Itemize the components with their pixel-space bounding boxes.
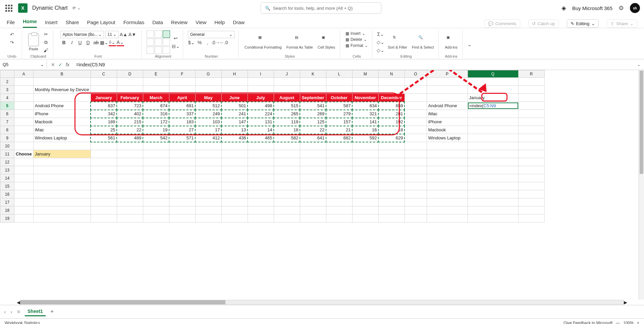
tab-share[interactable]: Share xyxy=(65,19,79,28)
tab-help[interactable]: Help xyxy=(214,19,225,28)
borders-button[interactable]: ▦⌄ xyxy=(101,39,108,46)
cut-button[interactable]: ✂ xyxy=(42,30,50,38)
sheet-tab-bar: ‹ › ≡ Sheet1 + xyxy=(0,305,644,318)
format-painter-button[interactable]: 🖌 xyxy=(42,47,50,54)
shrink-font-button[interactable]: A▼ xyxy=(129,31,136,38)
bold-button[interactable]: B xyxy=(60,39,68,46)
merge-button[interactable]: ⊟⌄ xyxy=(172,43,179,50)
ribbon: ↶ ↷ Undo Paste ✂ ⧉ 🖌 Clipboard Aptos Nar… xyxy=(0,28,644,59)
strike-button[interactable]: ab xyxy=(93,39,100,46)
underline-button[interactable]: U xyxy=(76,39,84,46)
font-name-select[interactable]: Aptos Narrow (Bo...⌄ xyxy=(60,31,104,38)
gear-icon[interactable]: ⚙ xyxy=(619,4,624,12)
vertical-scrollbar[interactable] xyxy=(639,70,644,300)
catchup-icon: ↺ xyxy=(532,21,536,26)
save-status[interactable]: ⟳ ⌄ xyxy=(72,6,80,10)
percent-button[interactable]: % xyxy=(196,39,203,46)
title-bar: X Dynamic Chart ⟳ ⌄ 🔍 Search for tools, … xyxy=(0,0,644,16)
sheet-tab-sheet1[interactable]: Sheet1 xyxy=(25,307,46,316)
double-underline-button[interactable]: D xyxy=(85,39,92,46)
paste-button[interactable]: Paste xyxy=(27,33,40,52)
zoom-level[interactable]: 100% xyxy=(623,321,634,324)
wrap-text-button[interactable]: ↩ xyxy=(172,35,179,42)
format-cells-button[interactable]: ▦Format⌄ xyxy=(345,43,369,48)
group-label-addins: Add-ins xyxy=(445,54,457,58)
group-label-font: Font xyxy=(94,54,102,58)
workbook-statistics-link[interactable]: Workbook Statistics xyxy=(5,321,40,324)
cancel-formula-button[interactable]: ✕ xyxy=(51,62,55,67)
all-sheets-button[interactable]: ≡ xyxy=(17,309,20,315)
currency-button[interactable]: $⌄ xyxy=(188,39,195,46)
expand-formula-bar[interactable]: ⌄ xyxy=(634,62,644,67)
cell-styles-icon: ▣ xyxy=(322,35,331,45)
delete-cells-button[interactable]: ▦Delete⌄ xyxy=(345,37,368,42)
buy-m365-link[interactable]: Buy Microsoft 365 xyxy=(572,5,612,11)
tab-data[interactable]: Data xyxy=(152,19,163,28)
alignment-grid[interactable] xyxy=(147,30,170,54)
format-as-table-button[interactable]: ▤Format As Table xyxy=(285,35,314,50)
fill-button[interactable]: ◇⌄ xyxy=(377,39,384,46)
italic-button[interactable]: I xyxy=(68,39,76,46)
number-format-select[interactable]: General⌄ xyxy=(188,31,235,38)
tab-insert[interactable]: Insert xyxy=(45,19,58,28)
collapse-ribbon-button[interactable]: ⌄ xyxy=(464,41,475,48)
chevron-down-icon: ⌄ xyxy=(77,6,80,10)
font-size-select[interactable]: 11⌄ xyxy=(105,31,119,38)
decrease-decimal-button[interactable]: ←.0 xyxy=(220,39,227,46)
conditional-formatting-button[interactable]: ▦Conditional Formatting xyxy=(243,35,283,50)
group-label-cells: Cells xyxy=(353,54,361,58)
undo-button[interactable]: ↶ xyxy=(8,31,16,38)
group-editing: Σ⌄ ◇⌄ ◇⌄ ⇅Sort & Filter 🔍Find & Select E… xyxy=(374,30,439,58)
comma-button[interactable]: , xyxy=(204,39,211,46)
horizontal-scrollbar[interactable]: ◀▶ xyxy=(0,300,644,305)
editing-mode-button[interactable]: ✎Editing⌄ xyxy=(567,19,599,28)
accept-formula-button[interactable]: ✓ xyxy=(58,62,62,67)
addins-button[interactable]: ▣Add-ins xyxy=(443,35,459,50)
avatar[interactable]: sh xyxy=(630,3,640,13)
sort-filter-button[interactable]: ⇅Sort & Filter xyxy=(386,35,409,50)
redo-button[interactable]: ↷ xyxy=(8,39,16,46)
autosum-button[interactable]: Σ⌄ xyxy=(377,30,384,38)
sort-icon: ⇅ xyxy=(393,35,402,45)
tab-view[interactable]: View xyxy=(196,19,206,28)
comments-button[interactable]: 💬Comments xyxy=(484,19,520,28)
tab-review[interactable]: Review xyxy=(171,19,187,28)
tab-draw[interactable]: Draw xyxy=(233,19,245,28)
name-box[interactable]: Q5⌄ xyxy=(0,61,47,68)
fill-color-button[interactable]: ◊⌄ xyxy=(109,39,116,46)
font-color-button[interactable]: A⌄ xyxy=(117,39,124,46)
grow-font-button[interactable]: A▲ xyxy=(120,31,127,38)
search-box[interactable]: 🔍 Search for tools, help, and more (Alt … xyxy=(261,2,381,14)
catch-up-button[interactable]: ↺Catch up xyxy=(528,19,559,28)
search-icon: 🔍 xyxy=(265,6,270,11)
search-icon: 🔍 xyxy=(418,35,428,45)
clear-button[interactable]: ◇⌄ xyxy=(377,47,384,54)
tab-page-layout[interactable]: Page Layout xyxy=(87,19,115,28)
tab-file[interactable]: File xyxy=(7,19,15,28)
search-placeholder: Search for tools, help, and more (Alt + … xyxy=(273,6,353,11)
cell-styles-button[interactable]: ▣Cell Styles xyxy=(316,35,336,50)
formula-input[interactable]: =index(C5:N9 xyxy=(73,61,634,69)
fx-icon[interactable]: fx xyxy=(66,62,69,67)
active-cell-q5[interactable]: =index(C5:N9 xyxy=(468,103,518,109)
zoom-in-button[interactable]: + xyxy=(637,321,639,324)
tab-formulas[interactable]: Formulas xyxy=(123,19,145,28)
sheet-prev-button[interactable]: ‹ xyxy=(4,309,6,315)
format-icon: ▦ xyxy=(345,43,349,48)
insert-cells-button[interactable]: ▦Insert⌄ xyxy=(345,31,366,36)
document-title[interactable]: Dynamic Chart xyxy=(32,5,68,11)
spreadsheet-grid[interactable]: ABCDEFGHIJKLMNOPQR23Monthly Revenue by D… xyxy=(0,70,545,222)
add-sheet-button[interactable]: + xyxy=(50,308,54,315)
group-label-styles: Styles xyxy=(285,54,295,58)
feedback-link[interactable]: Give Feedback to Microsoft xyxy=(564,321,612,324)
share-button[interactable]: ⇪Share⌄ xyxy=(607,19,637,28)
increase-decimal-button[interactable]: .0→ xyxy=(212,39,219,46)
group-label-number: Number xyxy=(205,54,218,58)
find-select-button[interactable]: 🔍Find & Select xyxy=(411,35,435,50)
tab-home[interactable]: Home xyxy=(23,18,37,28)
sheet-next-button[interactable]: › xyxy=(10,309,12,315)
comment-icon: 💬 xyxy=(488,21,493,26)
share-icon: ⇪ xyxy=(610,21,614,26)
app-launcher-icon[interactable] xyxy=(4,3,13,13)
copy-button[interactable]: ⧉ xyxy=(42,39,50,46)
